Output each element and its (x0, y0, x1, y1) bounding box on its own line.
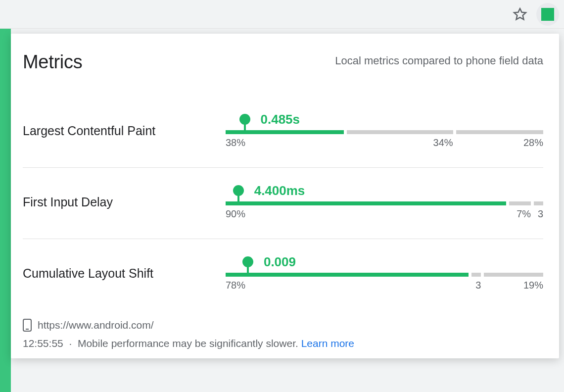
bar-poor (534, 201, 543, 205)
pct-poor: 28% (456, 137, 543, 148)
bar-needs-improvement (509, 201, 531, 205)
bar-good (226, 201, 506, 205)
pct-poor: 3 (534, 208, 543, 220)
pct-good: 90% (226, 208, 506, 220)
metric-distribution-chart: 0.00978%319% (226, 256, 543, 291)
pct-needs-improvement: 3 (471, 280, 481, 291)
metric-distribution-chart: 0.485s38%34%28% (226, 113, 543, 148)
metric-name: Largest Contentful Paint (23, 124, 226, 138)
panel-subtitle: Local metrics compared to phone field da… (335, 54, 543, 67)
local-value-marker (239, 114, 250, 134)
bookmark-star-icon[interactable] (513, 7, 527, 22)
performance-note: Mobile performance may be significantly … (78, 338, 298, 349)
metric-row: Cumulative Layout Shift0.00978%319% (23, 239, 543, 310)
bar-needs-improvement (471, 273, 481, 277)
metric-name: Cumulative Layout Shift (23, 266, 226, 281)
timestamp: 12:55:55 (23, 338, 63, 349)
pct-good: 78% (226, 280, 469, 291)
panel-title: Metrics (23, 51, 82, 73)
bar-poor (456, 130, 543, 134)
panel-footer: https://www.android.com/ 12:55:55 · Mobi… (23, 319, 543, 349)
local-value-marker (242, 256, 253, 277)
web-vitals-extension-icon[interactable] (536, 3, 559, 26)
metric-row: First Input Delay4.400ms90%7%3 (23, 168, 543, 239)
learn-more-link[interactable]: Learn more (301, 338, 354, 349)
pct-needs-improvement: 7% (509, 208, 531, 220)
metric-local-value: 0.009 (264, 254, 296, 270)
bar-poor (484, 273, 543, 277)
extension-status-good-icon (541, 8, 554, 21)
metric-distribution-chart: 4.400ms90%7%3 (226, 185, 543, 220)
metric-local-value: 0.485s (261, 112, 300, 127)
background-page-strip (0, 29, 11, 392)
bar-needs-improvement (347, 130, 453, 134)
page-url: https://www.android.com/ (38, 319, 154, 331)
pct-good: 38% (226, 137, 344, 148)
metric-name: First Input Delay (23, 195, 226, 209)
local-value-marker (233, 185, 244, 205)
metric-row: Largest Contentful Paint0.485s38%34%28% (23, 97, 543, 168)
pct-poor: 19% (484, 280, 543, 291)
bar-good (226, 273, 469, 277)
web-vitals-popup: Metrics Local metrics compared to phone … (11, 34, 559, 358)
mobile-device-icon (23, 319, 32, 332)
pct-needs-improvement: 34% (347, 137, 453, 148)
metric-local-value: 4.400ms (254, 183, 305, 198)
browser-toolbar (0, 0, 564, 29)
